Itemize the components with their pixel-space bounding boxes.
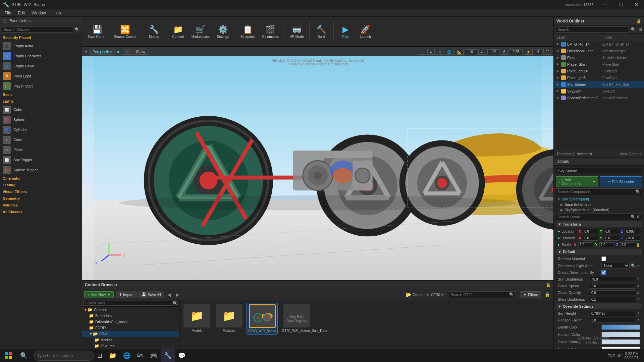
- vis-point14[interactable]: 👁: [555, 68, 560, 74]
- save-current-button[interactable]: 💾 Save Current: [85, 19, 110, 44]
- outliner-row-sky-sphere[interactable]: 👁 Sky Sphere Edit BP_Sky_Sph: [554, 81, 644, 88]
- rotation-y-input[interactable]: [604, 236, 619, 241]
- cloud-opacity-reset[interactable]: ↺: [636, 291, 640, 295]
- actor-sphere[interactable]: ⭕ Sphere: [0, 115, 82, 125]
- stars-brightness-input[interactable]: [590, 297, 635, 302]
- scale-snap-input[interactable]: [509, 49, 523, 54]
- folder-gt40[interactable]: ▼📂 GT40: [82, 331, 179, 337]
- outliner-row-dir-light[interactable]: 👁 DirectionalLight DirectionalLight: [554, 48, 644, 54]
- actor-cone[interactable]: 🔺 Cone: [0, 135, 82, 145]
- override-settings-section-header[interactable]: ▼ Override Settings: [556, 303, 642, 309]
- scale-x-input[interactable]: [578, 242, 593, 247]
- default-section-header[interactable]: ▼ Default: [556, 249, 642, 255]
- actor-empty-pawn[interactable]: 👤 Empty Pawn: [0, 61, 82, 71]
- taskbar-chrome[interactable]: 🌐: [120, 349, 134, 362]
- outliner-row-sky-light[interactable]: 👁 SkyLight SkyLight: [554, 88, 644, 95]
- folder-content[interactable]: ▼📂 Content: [82, 307, 179, 313]
- vis-sphere-reflect[interactable]: 👁: [555, 95, 560, 101]
- actor-empty-actor[interactable]: ⬛ Empty Actor: [0, 41, 82, 51]
- close-button[interactable]: ✕: [629, 0, 644, 9]
- asset-gt40-scene[interactable]: GT40_WIP_Scene: [247, 303, 278, 335]
- component-base-inherited[interactable]: ▶ Base (Inherited): [556, 202, 642, 207]
- menu-window[interactable]: Window: [28, 10, 49, 16]
- maximize-viewport-icon[interactable]: ⛶: [543, 49, 551, 55]
- marketplace-button[interactable]: 🛒 Marketplace: [189, 19, 212, 44]
- filters-button[interactable]: ▼ Filters: [520, 291, 541, 298]
- taskbar-search[interactable]: 🔍: [17, 349, 31, 362]
- scale-snap-icon[interactable]: S: [501, 49, 508, 55]
- scale-icon[interactable]: ⊞: [436, 49, 443, 55]
- cloud-speed-input[interactable]: [590, 284, 635, 289]
- modes-button[interactable]: 🔧 Modes: [145, 19, 163, 44]
- source-control-button[interactable]: 🔀 Source Control: [111, 19, 139, 44]
- launch-button[interactable]: 🚀 Launch: [356, 19, 375, 44]
- outliner-view-options[interactable]: View Options: [620, 152, 641, 156]
- dir-light-edit-icon[interactable]: ✏: [637, 263, 640, 268]
- taskbar-store[interactable]: 🛍: [134, 349, 147, 362]
- rotate-icon[interactable]: ↻: [427, 49, 435, 55]
- scale-lock-icon[interactable]: 🔒: [636, 243, 640, 247]
- outliner-row-point14[interactable]: 👁 PointLight14 PointLight: [554, 68, 644, 74]
- outliner-row-sphere-reflect[interactable]: 👁 SphereReflectionCapture SphereReflecti…: [554, 95, 644, 101]
- selected-actor-name-input[interactable]: [556, 168, 642, 174]
- rotation-z-input[interactable]: [625, 236, 640, 241]
- vis-player-start[interactable]: 👁: [555, 62, 560, 67]
- cloud-opacity-input[interactable]: [590, 290, 635, 295]
- translate-icon[interactable]: ↔: [418, 49, 426, 55]
- taskbar-ue4[interactable]: 🔧: [161, 349, 175, 362]
- angle-snap-icon[interactable]: ∠: [478, 49, 486, 55]
- zenith-color-swatch[interactable]: [601, 324, 640, 330]
- actor-player-start[interactable]: 🚩 Player Start: [0, 81, 82, 91]
- actor-empty-character[interactable]: 🧍 Empty Character: [0, 51, 82, 61]
- outliner-row-player-start[interactable]: 👁 Player Start PlayerStart: [554, 61, 644, 68]
- actor-sphere-trigger[interactable]: ⭕ Sphere Trigger: [0, 165, 82, 175]
- perspective-button[interactable]: Perspective: [90, 49, 115, 55]
- viewport[interactable]: X Z Y ▼ Perspective ● Lit Show ↔ ↻ ⊞ 🌐: [82, 47, 553, 280]
- settings-button[interactable]: ⚙️ Settings: [214, 19, 232, 44]
- rotation-x-input[interactable]: [583, 236, 598, 241]
- folder-ford[interactable]: 📁 FORD: [82, 325, 179, 331]
- vis-dir-light[interactable]: 👁: [555, 48, 560, 54]
- location-z-input[interactable]: [625, 229, 640, 234]
- outliner-sort-icon[interactable]: ⊞: [639, 27, 642, 32]
- search-classes-input[interactable]: [2, 26, 73, 33]
- category-basic[interactable]: Basic: [0, 91, 82, 98]
- sun-height-reset[interactable]: ↺: [636, 312, 640, 315]
- details-view-icon[interactable]: ⊞: [637, 215, 640, 219]
- transform-section-header[interactable]: ▼ Transform: [556, 221, 642, 227]
- component-sky-sphere-self[interactable]: ▼ Sky Sphere(self): [556, 196, 642, 202]
- sun-brightness-reset[interactable]: ↺: [636, 278, 640, 281]
- grid-snap-input[interactable]: [465, 49, 477, 54]
- menu-file[interactable]: File: [1, 10, 14, 16]
- sun-brightness-input[interactable]: [590, 277, 635, 282]
- nav-forward-button[interactable]: ▶: [174, 292, 181, 297]
- category-volumes[interactable]: Volumes: [0, 202, 82, 208]
- dir-light-search-icon[interactable]: 🔍: [631, 263, 636, 268]
- vis-sky-light[interactable]: 👁: [555, 88, 560, 94]
- category-testing[interactable]: Testing: [0, 182, 82, 188]
- folder-blueprints[interactable]: 📁 Blueprints: [82, 313, 179, 319]
- folder-textures[interactable]: 📁 Textures: [82, 343, 179, 349]
- add-component-button[interactable]: + + Add Component ▼: [556, 176, 598, 187]
- lit-button[interactable]: Lit: [122, 49, 132, 55]
- scale-z-input[interactable]: [620, 242, 635, 247]
- category-cinematic[interactable]: Cinematic: [0, 175, 82, 182]
- cam-speed-icon[interactable]: ⚡: [524, 49, 533, 55]
- asset-models-folder[interactable]: 📁 Models: [182, 303, 212, 334]
- menu-help[interactable]: Help: [49, 10, 64, 16]
- path-content[interactable]: Content: [413, 293, 426, 297]
- import-button[interactable]: ⬆ Import: [116, 291, 137, 298]
- vis-floor[interactable]: 👁: [555, 55, 560, 60]
- outliner-row-floor[interactable]: 👁 Floor StaticMeshActor: [554, 54, 644, 61]
- category-visual-effects[interactable]: Visual Effects: [0, 188, 82, 195]
- play-button[interactable]: ▶ Play: [336, 19, 355, 44]
- actor-plane[interactable]: ▭ Plane: [0, 145, 82, 155]
- minimize-button[interactable]: ─: [598, 0, 613, 9]
- angle-snap-input[interactable]: [487, 49, 499, 54]
- maximize-button[interactable]: □: [613, 0, 629, 9]
- cb-lock-icon[interactable]: 🔒: [543, 292, 551, 297]
- refresh-material-checkbox[interactable]: [601, 256, 606, 261]
- actor-box-trigger[interactable]: ⬜ Box Trigger: [0, 155, 82, 165]
- actor-cube[interactable]: ⬜ Cube: [0, 105, 82, 115]
- location-y-input[interactable]: [604, 229, 619, 234]
